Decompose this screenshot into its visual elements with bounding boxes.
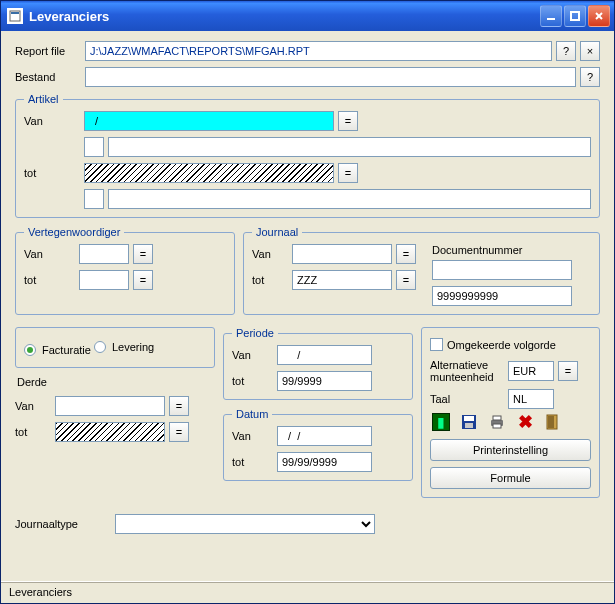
bestand-input[interactable] [85,67,576,87]
report-file-input[interactable] [85,41,552,61]
artikel-legend: Artikel [24,93,63,105]
artikel-van-label: Van [24,115,84,127]
artikel-van-sub-code[interactable] [84,137,104,157]
journaal-tot-input[interactable] [292,270,392,290]
journaal-tot-label: tot [252,274,292,286]
exit-icon[interactable] [544,413,562,431]
alt-currency-browse-button[interactable]: = [558,361,578,381]
status-text: Leveranciers [9,586,72,598]
vert-tot-browse-button[interactable]: = [133,270,153,290]
report-file-clear-button[interactable]: × [580,41,600,61]
derde-van-browse-button[interactable]: = [169,396,189,416]
derde-van-label: Van [15,400,55,412]
artikel-tot-sub-code[interactable] [84,189,104,209]
radio-dot-icon [94,341,106,353]
derde-van-input[interactable] [55,396,165,416]
docnr-van-input[interactable] [432,260,572,280]
datum-van-input[interactable] [277,426,372,446]
artikel-tot-label: tot [24,167,84,179]
datum-legend: Datum [232,408,272,420]
vert-van-input[interactable] [79,244,129,264]
periode-tot-label: tot [232,375,277,387]
vertegenwoordiger-group: Vertegenwoordiger Van = tot = [15,226,235,315]
status-bar: Leveranciers [1,581,614,603]
journaal-van-label: Van [252,248,292,260]
bestand-help-button[interactable]: ? [580,67,600,87]
journaal-van-input[interactable] [292,244,392,264]
alt-currency-label: Alternatieve munteenheid [430,359,508,383]
svg-rect-10 [493,416,501,420]
artikel-group: Artikel Van = tot = [15,93,600,218]
window-title: Leveranciers [29,9,540,24]
derde-label: Derde [17,376,215,388]
lang-input[interactable] [508,389,554,409]
facturatie-group: Facturatie Levering [15,327,215,368]
reverse-order-label: Omgekeerde volgorde [447,339,556,351]
delete-icon[interactable]: ✖ [516,413,534,431]
alt-currency-input[interactable] [508,361,554,381]
periode-van-label: Van [232,349,277,361]
formula-button[interactable]: Formule [430,467,591,489]
datum-tot-label: tot [232,456,277,468]
periode-legend: Periode [232,327,278,339]
client-area: Report file ? × Bestand ? Artikel Van = … [1,31,614,581]
vert-tot-label: tot [24,274,79,286]
svg-rect-7 [464,416,474,421]
datum-group: Datum Van tot [223,408,413,481]
print-icon[interactable] [488,413,506,431]
app-window: Leveranciers Report file ? × Bestand ? A… [0,0,615,604]
datum-van-label: Van [232,430,277,442]
journaaltype-label: Journaaltype [15,518,115,530]
radio-levering-label: Levering [112,341,154,353]
journaal-tot-browse-button[interactable]: = [396,270,416,290]
docnr-label: Documentnummer [432,244,591,256]
lang-label: Taal [430,393,508,405]
svg-rect-13 [548,416,554,428]
radio-facturatie-label: Facturatie [42,344,91,356]
artikel-van-sub-desc[interactable] [108,137,591,157]
reverse-order-checkbox[interactable]: Omgekeerde volgorde [430,338,556,351]
svg-rect-2 [547,18,555,20]
periode-tot-input[interactable] [277,371,372,391]
options-group: Omgekeerde volgorde Alternatieve munteen… [421,327,600,498]
vert-van-browse-button[interactable]: = [133,244,153,264]
derde-tot-label: tot [15,426,55,438]
artikel-tot-sub-desc[interactable] [108,189,591,209]
screen-icon[interactable]: ▮ [432,413,450,431]
derde-tot-input[interactable] [55,422,165,442]
radio-facturatie[interactable]: Facturatie [24,344,91,356]
vert-tot-input[interactable] [79,270,129,290]
periode-group: Periode Van tot [223,327,413,400]
artikel-tot-input[interactable] [84,163,334,183]
close-button[interactable] [588,5,610,27]
periode-van-input[interactable] [277,345,372,365]
journaal-van-browse-button[interactable]: = [396,244,416,264]
save-icon[interactable] [460,413,478,431]
bestand-label: Bestand [15,71,85,83]
report-file-help-button[interactable]: ? [556,41,576,61]
titlebar: Leveranciers [1,1,614,31]
svg-rect-1 [11,12,19,14]
app-icon [7,8,23,24]
vert-van-label: Van [24,248,79,260]
radio-dot-icon [24,344,36,356]
vertegenwoordiger-legend: Vertegenwoordiger [24,226,124,238]
journaal-legend: Journaal [252,226,302,238]
report-file-label: Report file [15,45,85,57]
maximize-button[interactable] [564,5,586,27]
svg-rect-8 [465,423,473,428]
printer-settings-button[interactable]: Printerinstelling [430,439,591,461]
checkbox-icon [430,338,443,351]
journaaltype-select[interactable] [115,514,375,534]
svg-rect-3 [571,12,579,20]
artikel-van-input[interactable] [84,111,334,131]
derde-tot-browse-button[interactable]: = [169,422,189,442]
minimize-button[interactable] [540,5,562,27]
journaal-group: Journaal Van = tot = [243,226,600,315]
docnr-tot-input[interactable] [432,286,572,306]
artikel-van-browse-button[interactable]: = [338,111,358,131]
svg-rect-11 [493,424,501,428]
datum-tot-input[interactable] [277,452,372,472]
artikel-tot-browse-button[interactable]: = [338,163,358,183]
radio-levering[interactable]: Levering [94,341,154,353]
